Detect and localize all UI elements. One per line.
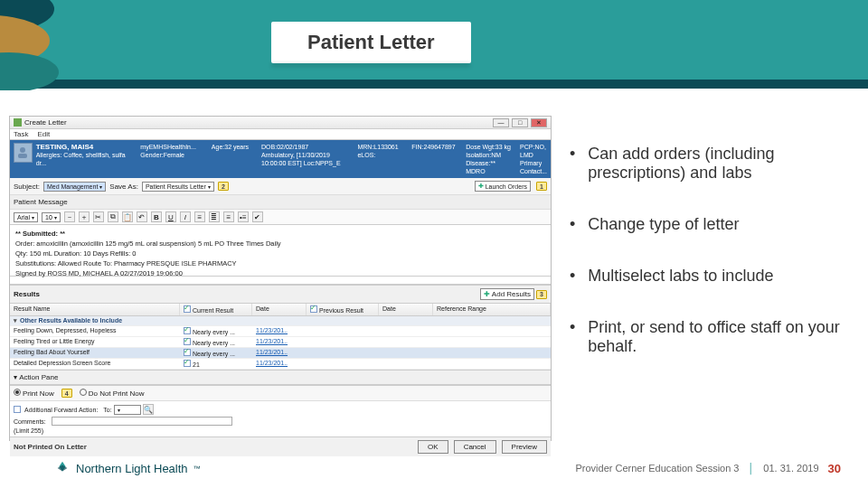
to-select[interactable]: ▾ bbox=[114, 405, 141, 415]
editor-line: Qty: 150 mL Duration: 10 Days Refills: 0 bbox=[15, 249, 545, 258]
collapse-icon[interactable]: ▾ bbox=[14, 317, 17, 324]
elos: eLOS: bbox=[357, 151, 408, 159]
th-previous[interactable]: Previous Result bbox=[307, 304, 379, 315]
maximize-button[interactable]: □ bbox=[512, 118, 528, 127]
app-icon bbox=[14, 118, 22, 127]
trademark-icon: ™ bbox=[193, 465, 201, 473]
add-icon: ✚ bbox=[484, 290, 490, 298]
size-select[interactable]: 10▾ bbox=[42, 212, 61, 222]
title-shadow bbox=[271, 63, 470, 67]
results-label: Results bbox=[14, 290, 40, 298]
bullet-item: Print, or send to office staff on your b… bbox=[570, 318, 859, 356]
italic-button[interactable]: I bbox=[180, 211, 191, 222]
ok-button[interactable]: OK bbox=[418, 440, 448, 454]
row-checkbox[interactable] bbox=[184, 360, 191, 367]
align-right-icon[interactable]: ≡ bbox=[223, 211, 234, 222]
th-date1[interactable]: Date bbox=[252, 304, 307, 315]
svg-point-3 bbox=[20, 147, 25, 153]
table-head: Result Name Current Result Date Previous… bbox=[10, 304, 551, 316]
editor-line: Substitutions: Allowed Route To: Pharmac… bbox=[15, 258, 545, 268]
th-current[interactable]: Current Result bbox=[180, 304, 252, 315]
corner-art bbox=[0, 0, 99, 90]
age: Age:32 years bbox=[212, 143, 258, 151]
search-to-button[interactable]: 🔍 bbox=[143, 404, 154, 415]
comments-input[interactable] bbox=[52, 417, 232, 426]
launch-orders-button[interactable]: ✚ Launch Orders bbox=[475, 181, 531, 192]
copy-icon[interactable]: ⧉ bbox=[108, 211, 118, 222]
zoom-out-icon[interactable]: － bbox=[64, 211, 75, 222]
table-row[interactable]: Feeling Bad About Yourself Nearly every … bbox=[10, 348, 551, 359]
isolation: Isolation:NM bbox=[466, 151, 516, 159]
th-reference[interactable]: Reference Range bbox=[433, 304, 551, 315]
fin: FIN:249647897 bbox=[411, 143, 462, 151]
align-left-icon[interactable]: ≡ bbox=[194, 211, 205, 222]
comments-label: Comments: bbox=[14, 418, 46, 425]
chevron-down-icon: ▾ bbox=[208, 183, 211, 190]
print-now-radio[interactable]: Print Now bbox=[14, 389, 54, 398]
minimize-button[interactable]: — bbox=[493, 118, 509, 127]
cancel-button[interactable]: Cancel bbox=[454, 440, 496, 454]
slide-title: Patient Letter bbox=[271, 22, 471, 63]
font-select[interactable]: Arial▾ bbox=[14, 212, 38, 222]
table-row[interactable]: Detailed Depression Screen Score 21 11/2… bbox=[10, 359, 551, 370]
close-button[interactable]: ✕ bbox=[531, 118, 547, 127]
status-text: Not Printed On Letter bbox=[14, 443, 87, 451]
svg-rect-4 bbox=[18, 154, 27, 158]
beacon-icon bbox=[54, 460, 71, 476]
checkbox-previous[interactable] bbox=[310, 305, 317, 313]
table-row[interactable]: Feeling Tired or Little Energy Nearly ev… bbox=[10, 337, 551, 348]
row-checkbox[interactable] bbox=[184, 349, 191, 356]
loc: Ambulatory, [11/30/2019 10:00:00 EST] Lo… bbox=[261, 151, 354, 167]
patient-message-label: Patient Message bbox=[14, 198, 68, 206]
th-date2[interactable]: Date bbox=[379, 304, 433, 315]
table-row[interactable]: Feeling Down, Depressed, Hopeless Nearly… bbox=[10, 326, 551, 337]
undo-icon[interactable]: ↶ bbox=[137, 211, 147, 222]
app-screenshot: Create Letter — □ ✕ Task Edit TESTING, M… bbox=[9, 116, 552, 441]
dose-weight: Dose Wgt:33 kg bbox=[466, 143, 516, 151]
results-header: Results ✚ Add Results 3 bbox=[10, 285, 551, 304]
underline-button[interactable]: U bbox=[165, 211, 176, 222]
mrn: MRN:L133061 bbox=[357, 143, 408, 151]
subject-select[interactable]: Med Management▾ bbox=[43, 182, 106, 192]
action-pane-header[interactable]: ▾ Action Pane bbox=[10, 370, 551, 385]
table-category-row[interactable]: ▾Other Results Available to Include bbox=[10, 316, 551, 326]
window-title: Create Letter bbox=[24, 118, 67, 127]
add-results-button[interactable]: ✚ Add Results bbox=[480, 288, 534, 300]
checkbox-current[interactable] bbox=[184, 305, 191, 313]
row-checkbox[interactable] bbox=[184, 327, 191, 334]
editor-toolbar: Arial▾ 10▾ － ＋ ✂ ⧉ 📋 ↶ B U I ≡ ≣ ≡ •≡ ✔ bbox=[10, 210, 551, 225]
preview-button[interactable]: Preview bbox=[502, 440, 547, 454]
editor-line: Order: amoxicillin (amoxicillin 125 mg/5… bbox=[15, 239, 545, 249]
saveas-label: Save As: bbox=[109, 183, 138, 191]
editor-line: ** Submitted: ** bbox=[15, 229, 545, 239]
subject-label: Subject: bbox=[14, 183, 40, 191]
primary-contact: Primary Contact... bbox=[520, 159, 547, 175]
slide-header: Patient Letter bbox=[0, 0, 868, 90]
cut-icon[interactable]: ✂ bbox=[93, 211, 104, 222]
collapse-icon[interactable]: ▾ bbox=[14, 373, 17, 381]
patient-message-row: Patient Message bbox=[10, 195, 551, 210]
do-not-print-radio[interactable]: Do Not Print Now bbox=[80, 389, 145, 398]
bullet-list-icon[interactable]: •≡ bbox=[238, 211, 249, 222]
separator: │ bbox=[748, 463, 754, 474]
plus-icon: ✚ bbox=[478, 183, 484, 190]
row-checkbox[interactable] bbox=[184, 338, 191, 345]
patient-avatar-icon bbox=[14, 143, 33, 163]
status-bar: Not Printed On Letter OK Cancel Preview bbox=[10, 436, 551, 456]
bold-button[interactable]: B bbox=[151, 211, 162, 222]
additional-forward-check[interactable]: Additional Forward Action: bbox=[14, 406, 98, 413]
menu-task[interactable]: Task bbox=[14, 130, 28, 138]
patient-allergies: Allergies: Coffee, shellfish, sulfa dr..… bbox=[36, 151, 137, 167]
dark-stripe bbox=[0, 80, 868, 89]
saveas-select[interactable]: Patient Results Letter▾ bbox=[142, 182, 214, 192]
portal: myEMHSHealthIn... bbox=[140, 143, 207, 151]
results-table: Result Name Current Result Date Previous… bbox=[10, 304, 551, 370]
align-center-icon[interactable]: ≣ bbox=[209, 211, 220, 222]
editor-area[interactable]: ** Submitted: ** Order: amoxicillin (amo… bbox=[10, 225, 551, 276]
paste-icon[interactable]: 📋 bbox=[122, 211, 133, 222]
th-result-name[interactable]: Result Name bbox=[10, 304, 180, 315]
spellcheck-icon[interactable]: ✔ bbox=[252, 211, 263, 222]
menu-edit[interactable]: Edit bbox=[37, 130, 50, 138]
org-logo: Northern Light Health ™ bbox=[54, 460, 201, 476]
zoom-in-icon[interactable]: ＋ bbox=[79, 211, 90, 222]
